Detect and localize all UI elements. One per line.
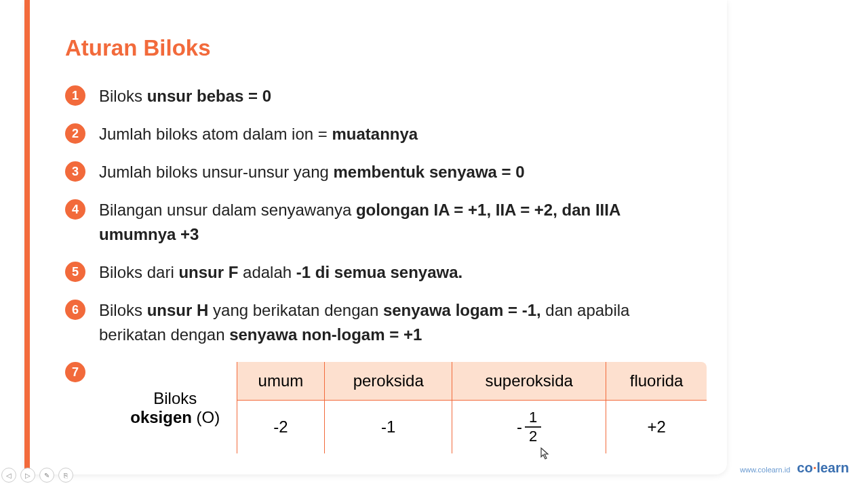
rule-4: 4 Bilangan unsur dalam senyawanya golong… <box>65 198 686 247</box>
brand-logo: co·learn <box>797 460 849 476</box>
val-fluorida: +2 <box>606 401 707 455</box>
rule-2: 2 Jumlah biloks atom dalam ion = muatann… <box>65 122 686 146</box>
rule-1: 1 Biloks unsur bebas = 0 <box>65 84 686 108</box>
bullet-2: 2 <box>65 123 85 144</box>
col-fluorida: fluorida <box>606 361 707 401</box>
val-umum: -2 <box>237 401 325 455</box>
copy-icon[interactable]: ⎘ <box>58 468 73 483</box>
rule-text-2: Jumlah biloks atom dalam ion = muatannya <box>99 122 418 146</box>
rule-text-6: Biloks unsur H yang berikatan dengan sen… <box>99 298 686 347</box>
pencil-icon[interactable]: ✎ <box>39 468 54 483</box>
prev-icon[interactable]: ◁ <box>1 468 16 483</box>
next-icon[interactable]: ▷ <box>20 468 35 483</box>
bullet-4: 4 <box>65 199 85 220</box>
fraction: 1 2 <box>525 410 541 444</box>
rule-text-3: Jumlah biloks unsur-unsur yang membentuk… <box>99 160 525 184</box>
row-header: Biloks oksigen (O) <box>113 361 237 454</box>
footer-url: www.colearn.id <box>740 466 790 474</box>
bullet-5: 5 <box>65 262 85 282</box>
table-row: Biloks oksigen (O) umum peroksida supero… <box>113 361 707 401</box>
val-superoksida: - 1 2 <box>452 401 606 455</box>
page-title: Aturan Biloks <box>65 35 686 61</box>
val-peroksida: -1 <box>325 401 452 455</box>
oxygen-table: Biloks oksigen (O) umum peroksida supero… <box>113 361 708 455</box>
rule-6: 6 Biloks unsur H yang berikatan dengan s… <box>65 298 686 347</box>
footer: www.colearn.id co·learn <box>740 460 849 476</box>
rule-text-5: Biloks dari unsur F adalah -1 di semua s… <box>99 260 462 285</box>
col-superoksida: superoksida <box>452 361 606 401</box>
bullet-1: 1 <box>65 85 85 106</box>
rule-5: 5 Biloks dari unsur F adalah -1 di semua… <box>65 260 686 285</box>
rule-list: 1 Biloks unsur bebas = 0 2 Jumlah biloks… <box>65 84 686 455</box>
rule-7: 7 Biloks oksigen (O) umum peroksida supe… <box>65 361 686 455</box>
slide-content: Aturan Biloks 1 Biloks unsur bebas = 0 2… <box>24 0 727 468</box>
bullet-3: 3 <box>65 161 85 182</box>
slide-card: Aturan Biloks 1 Biloks unsur bebas = 0 2… <box>24 0 727 474</box>
bullet-7: 7 <box>65 362 85 382</box>
col-umum: umum <box>237 361 325 401</box>
rule-text-1: Biloks unsur bebas = 0 <box>99 84 271 108</box>
bullet-6: 6 <box>65 300 85 320</box>
accent-bar <box>24 0 30 474</box>
toolbar: ◁ ▷ ✎ ⎘ <box>1 468 73 483</box>
rule-3: 3 Jumlah biloks unsur-unsur yang membent… <box>65 160 686 184</box>
rule-text-4: Bilangan unsur dalam senyawanya golongan… <box>99 198 686 247</box>
table-wrap: Biloks oksigen (O) umum peroksida supero… <box>113 361 708 455</box>
col-peroksida: peroksida <box>325 361 452 401</box>
